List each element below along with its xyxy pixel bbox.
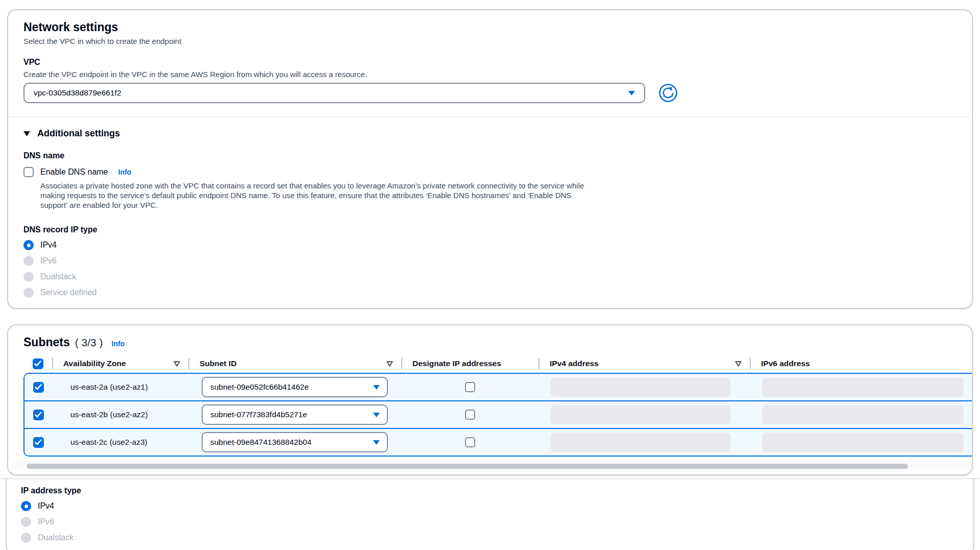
column-header-ipv4-address: IPv4 address [538, 357, 750, 370]
enable-dns-name-checkbox[interactable] [23, 167, 34, 177]
column-label: Availability Zone [63, 359, 126, 368]
table-row: us-east-2c (use2-az3) subnet-09e84741368… [24, 428, 972, 456]
row-checkbox-cell [24, 437, 52, 448]
page-subtitle: Select the VPC in which to create the en… [23, 37, 957, 45]
ipv6-cell [750, 433, 972, 452]
radio-input [21, 533, 31, 543]
vpc-description: Create the VPC endpoint in the VPC in th… [23, 70, 957, 79]
subnet-select[interactable]: subnet-09e84741368842b04 [202, 432, 388, 452]
subnets-count: ( 3/3 ) [75, 337, 103, 349]
designate-ip-checkbox[interactable] [465, 437, 475, 447]
sort-icon[interactable] [735, 361, 742, 367]
column-label: IPv6 address [761, 359, 810, 368]
designate-ip-checkbox[interactable] [465, 382, 475, 392]
subnets-table-header: Availability Zone Subnet ID Designate IP… [23, 354, 972, 373]
availability-zone-value: us-east-2a (use2-az1) [52, 382, 188, 392]
ipv4-cell [538, 433, 750, 452]
ipv4-address-field-disabled [551, 377, 730, 397]
header-checkbox-cell [23, 358, 52, 369]
subnet-cell: subnet-077f7383fd4b5271e [188, 404, 401, 425]
radio-label: IPv4 [40, 241, 57, 250]
radio-label: Service defined [40, 288, 96, 297]
row-checkbox-cell [24, 410, 52, 420]
subnet-cell: subnet-09e052fc66b41462e [188, 377, 401, 397]
ipv4-address-field-disabled [551, 433, 730, 452]
caret-down-icon [23, 131, 30, 136]
radio-option-ipv6: IPv6 [21, 517, 958, 527]
enable-dns-name-label: Enable DNS name [40, 168, 108, 177]
row-checkbox[interactable] [33, 382, 44, 393]
horizontal-scrollbar[interactable] [11, 462, 969, 470]
ipv6-address-field-disabled [762, 433, 964, 452]
radio-input [23, 272, 34, 282]
designate-ip-checkbox[interactable] [465, 410, 475, 420]
row-checkbox[interactable] [33, 437, 44, 448]
radio-input [23, 288, 34, 298]
select-all-checkbox[interactable] [33, 358, 43, 369]
vpc-select-value: vpc-0305d38d879e661f2 [34, 88, 121, 98]
caret-down-icon [373, 440, 380, 445]
row-checkbox[interactable] [33, 410, 44, 420]
column-label: Designate IP addresses [412, 359, 501, 368]
dns-record-ip-type-group: IPv4 IPv6 Dualstack Service defined [23, 240, 957, 298]
dns-name-label: DNS name [23, 151, 957, 160]
dns-name-description: Associates a private hosted zone with th… [40, 181, 589, 210]
subnet-select[interactable]: subnet-09e052fc66b41462e [202, 377, 388, 397]
additional-settings-toggle[interactable]: Additional settings [23, 128, 957, 139]
radio-label: IPv6 [40, 256, 57, 266]
ipv6-cell [750, 405, 972, 424]
ip-address-type-label: IP address type [21, 486, 958, 495]
sort-icon[interactable] [386, 361, 393, 367]
selected-rows-group: us-east-2a (use2-az1) subnet-09e052fc66b… [23, 373, 972, 457]
column-label: IPv4 address [550, 359, 599, 368]
radio-label: IPv6 [38, 517, 54, 527]
dns-record-ip-type-label: DNS record IP type [23, 225, 957, 234]
radio-input [21, 517, 31, 527]
ipv6-cell [750, 377, 972, 397]
column-header-ipv6-address: IPv6 address [750, 357, 972, 370]
ipv4-cell [538, 377, 750, 397]
subnets-card: Subnets ( 3/3 ) Info Availability Zone S… [7, 324, 973, 475]
additional-settings-title: Additional settings [37, 128, 120, 139]
refresh-button[interactable] [658, 83, 678, 103]
scrollbar-thumb[interactable] [27, 464, 908, 469]
radio-option-ipv4[interactable]: IPv4 [23, 240, 957, 250]
ipv4-cell [538, 405, 750, 424]
radio-label: Dualstack [38, 533, 74, 542]
subnets-info-link[interactable]: Info [112, 340, 125, 348]
radio-option-ipv4[interactable]: IPv4 [21, 501, 958, 511]
subnets-table-body: us-east-2a (use2-az1) subnet-09e052fc66b… [23, 373, 972, 457]
ip-address-type-group: IPv4 IPv6 Dualstack [21, 501, 958, 543]
radio-input[interactable] [23, 240, 34, 250]
designate-ip-cell [401, 382, 538, 392]
vpc-select[interactable]: vpc-0305d38d879e661f2 [23, 83, 645, 103]
ipv6-address-field-disabled [762, 405, 964, 424]
subnet-select-value: subnet-077f7383fd4b5271e [210, 410, 307, 419]
ipv4-address-field-disabled [551, 405, 730, 424]
radio-label: IPv4 [38, 501, 54, 511]
radio-option-service-defined: Service defined [23, 288, 957, 298]
subnet-select[interactable]: subnet-077f7383fd4b5271e [202, 404, 388, 425]
enable-dns-name-row: Enable DNS name Info [23, 167, 957, 177]
sort-icon[interactable] [174, 361, 180, 367]
availability-zone-value: us-east-2c (use2-az3) [52, 438, 188, 447]
ipv6-address-field-disabled [762, 377, 964, 397]
designate-ip-cell [401, 410, 538, 420]
subnets-title: Subnets [23, 336, 70, 349]
caret-down-icon [628, 91, 635, 95]
vpc-label: VPC [23, 58, 957, 67]
caret-down-icon [373, 385, 380, 390]
column-label: Subnet ID [200, 359, 236, 368]
subnet-cell: subnet-09e84741368842b04 [188, 432, 401, 452]
row-checkbox-cell [24, 382, 52, 393]
column-header-subnet-id: Subnet ID [188, 357, 401, 370]
radio-label: Dualstack [40, 272, 76, 281]
dns-name-info-link[interactable]: Info [118, 168, 132, 176]
subnets-title-row: Subnets ( 3/3 ) Info [8, 336, 972, 349]
table-row: us-east-2b (use2-az2) subnet-077f7383fd4… [24, 400, 972, 428]
caret-down-icon [373, 413, 380, 417]
network-settings-card: Network settings Select the VPC in which… [7, 9, 973, 309]
radio-input[interactable] [21, 501, 31, 511]
column-header-designate-ip: Designate IP addresses [401, 357, 538, 370]
vpc-select-row: vpc-0305d38d879e661f2 [23, 83, 957, 103]
